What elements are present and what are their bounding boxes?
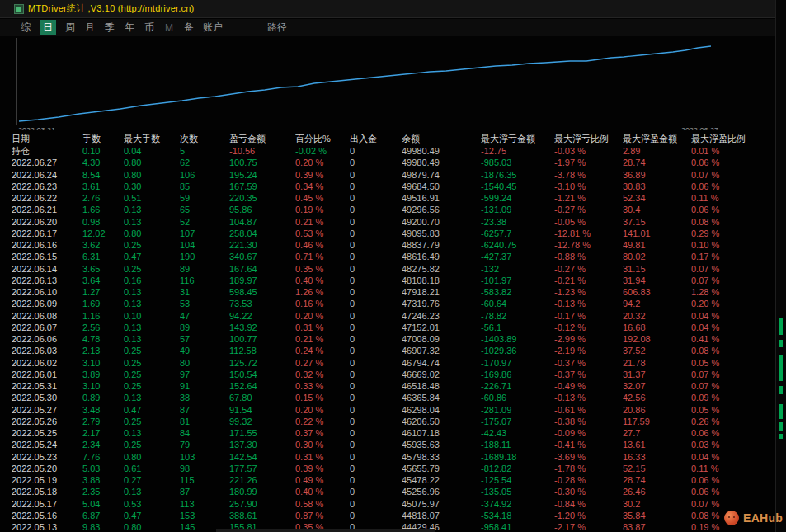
- table-row[interactable]: 2022.06.133.640.16116189.970.40 %048108.…: [12, 275, 775, 286]
- tab-account[interactable]: 账户: [203, 21, 223, 35]
- table-row[interactable]: 2022.06.064.780.1357100.770.21 %047008.0…: [12, 333, 775, 345]
- cell: -0.88 %: [554, 251, 623, 262]
- tab-quarter[interactable]: 季: [104, 21, 115, 35]
- cell: 0: [350, 369, 402, 380]
- balance-chart[interactable]: 2022.03.21 2022.06.27: [0, 36, 775, 130]
- cell: 0.29 %: [691, 228, 765, 239]
- cell: -1.21 %: [554, 192, 623, 204]
- column-header[interactable]: 百分比%: [295, 132, 350, 145]
- table-row[interactable]: 2022.05.175.040.53113257.900.58 %045075.…: [12, 498, 775, 510]
- tab-path[interactable]: 路径: [267, 21, 287, 35]
- table-row[interactable]: 2022.06.233.610.3085167.590.34 %049684.5…: [12, 181, 775, 192]
- cell: 46907.32: [402, 345, 481, 356]
- table-row[interactable]: 2022.06.222.760.5159220.350.45 %049516.9…: [12, 192, 775, 204]
- table-row[interactable]: 2022.05.205.030.6198177.570.39 %045655.7…: [12, 463, 775, 474]
- cell: -1689.18: [481, 451, 554, 463]
- table-row[interactable]: 2022.06.1712.020.80107258.040.53 %049095…: [12, 228, 775, 239]
- column-header[interactable]: 最大手数: [124, 132, 180, 145]
- cell: 2022.06.06: [12, 333, 82, 345]
- tab-day[interactable]: 日: [40, 20, 56, 35]
- column-header[interactable]: 盈亏金额: [229, 132, 295, 145]
- column-header[interactable]: 日期: [12, 132, 82, 145]
- cell: 49516.91: [402, 192, 481, 204]
- tab-overview[interactable]: 综: [20, 21, 31, 35]
- column-header[interactable]: 手数: [82, 132, 124, 145]
- cell: 388.61: [229, 510, 295, 521]
- cell: -6240.75: [481, 239, 554, 251]
- table-row[interactable]: 2022.05.300.890.133867.800.15 %046365.84…: [12, 392, 775, 403]
- cell: 31: [180, 286, 229, 298]
- cell: 0.41 %: [691, 333, 765, 345]
- cell: 0: [350, 204, 402, 215]
- tab-week[interactable]: 周: [64, 21, 76, 35]
- cell: 52: [180, 216, 229, 228]
- cell: 45075.97: [402, 498, 481, 510]
- cell: 87: [180, 404, 229, 416]
- cell: 0.19 %: [295, 204, 350, 215]
- table-row[interactable]: 2022.06.274.300.8062100.750.20 %049980.4…: [12, 157, 775, 168]
- green-tick: [779, 434, 783, 439]
- app-icon[interactable]: [14, 4, 24, 14]
- cell: 0.07 %: [691, 369, 765, 380]
- cell: 49879.74: [402, 169, 481, 181]
- cell: 42.56: [623, 392, 691, 403]
- table-row[interactable]: 2022.06.013.890.2597150.540.32 %046669.0…: [12, 369, 775, 380]
- table-row[interactable]: 2022.05.237.760.80103142.540.31 %045798.…: [12, 451, 775, 463]
- cell: -0.28 %: [554, 474, 623, 486]
- cell: 38: [180, 392, 229, 403]
- table-row[interactable]: 2022.05.262.790.258199.320.22 %046206.50…: [12, 416, 775, 427]
- table-row[interactable]: 2022.05.166.870.47153388.610.87 %044818.…: [12, 510, 775, 521]
- table-row[interactable]: 2022.06.248.540.80106195.240.39 %049879.…: [12, 169, 775, 181]
- tab-month[interactable]: 月: [84, 21, 96, 35]
- column-header[interactable]: 最大浮盈金额: [623, 132, 691, 145]
- table-row[interactable]: 2022.06.081.160.104794.220.20 %047246.23…: [12, 310, 775, 322]
- cell: 2022.06.10: [12, 286, 82, 298]
- table-row[interactable]: 2022.06.023.100.2580125.720.27 %046794.7…: [12, 357, 775, 369]
- table-row[interactable]: 2022.06.156.310.47190340.670.71 %048616.…: [12, 251, 775, 262]
- table-row[interactable]: 2022.06.200.980.1352104.870.21 %049200.7…: [12, 216, 775, 228]
- table-row[interactable]: 2022.06.091.690.135373.530.16 %047319.76…: [12, 298, 775, 309]
- column-header[interactable]: 次数: [180, 132, 229, 145]
- cell: 49: [180, 345, 229, 356]
- table-row[interactable]: 2022.06.101.270.1331598.451.26 %047918.2…: [12, 286, 775, 298]
- cell: -281.09: [481, 404, 554, 416]
- cell: -1.23 %: [554, 286, 623, 298]
- cell: 46298.04: [402, 404, 481, 416]
- table-row[interactable]: 2022.06.163.620.25104221.300.46 %048837.…: [12, 239, 775, 251]
- cell: 13.61: [623, 439, 691, 450]
- table-row[interactable]: 2022.06.143.650.2589167.640.35 %048275.8…: [12, 263, 775, 275]
- edge-chart-strip[interactable]: [775, 0, 786, 532]
- table-row[interactable]: 持仓0.100.045-10.56-0.02 %049980.49-12.75-…: [12, 145, 775, 157]
- table-row[interactable]: 2022.05.273.480.478791.540.20 %046298.04…: [12, 404, 775, 416]
- table-row[interactable]: 2022.06.072.560.1389143.920.31 %047152.0…: [12, 322, 775, 333]
- column-header[interactable]: 余额: [402, 132, 481, 145]
- table-row[interactable]: 2022.06.032.130.2549112.580.24 %046907.3…: [12, 345, 775, 356]
- tab-m[interactable]: M: [163, 22, 175, 34]
- menu-bar: 综日周月季年币M备账户路径: [0, 19, 775, 36]
- cell: 0.10: [124, 310, 180, 322]
- title-bar[interactable]: MTDriver统计 ,V3.10 (http://mtdriver.cn): [0, 0, 775, 18]
- table-row[interactable]: 2022.05.242.340.2579137.300.30 %045935.6…: [12, 439, 775, 450]
- tab-currency[interactable]: 币: [144, 21, 155, 35]
- cell: -0.37 %: [554, 357, 623, 369]
- cell: 1.16: [82, 310, 124, 322]
- tab-note[interactable]: 备: [183, 21, 195, 35]
- column-header[interactable]: 最大浮亏金额: [481, 132, 554, 145]
- cell: 195.24: [229, 169, 295, 181]
- table-row[interactable]: 2022.05.193.880.27115221.260.49 %045478.…: [12, 474, 775, 486]
- column-header[interactable]: 最大浮亏比例: [554, 132, 623, 145]
- table-row[interactable]: 2022.05.313.100.2591152.640.33 %046518.4…: [12, 380, 775, 392]
- cell: 45655.79: [402, 463, 481, 474]
- cell: 142.54: [229, 451, 295, 463]
- cell: 8.54: [82, 169, 124, 181]
- column-header[interactable]: 最大浮盈比例: [691, 132, 765, 145]
- cell: 2022.06.09: [12, 298, 82, 309]
- column-header[interactable]: 出入金: [350, 132, 402, 145]
- cell: 0.13: [124, 322, 180, 333]
- cell: 0.39 %: [295, 463, 350, 474]
- cell: 3.48: [82, 404, 124, 416]
- table-row[interactable]: 2022.05.252.170.1384171.550.37 %046107.1…: [12, 427, 775, 439]
- tab-year[interactable]: 年: [124, 21, 135, 35]
- table-row[interactable]: 2022.06.211.660.136595.860.19 %049296.56…: [12, 204, 775, 215]
- table-row[interactable]: 2022.05.182.350.1387180.990.40 %045256.9…: [12, 486, 775, 497]
